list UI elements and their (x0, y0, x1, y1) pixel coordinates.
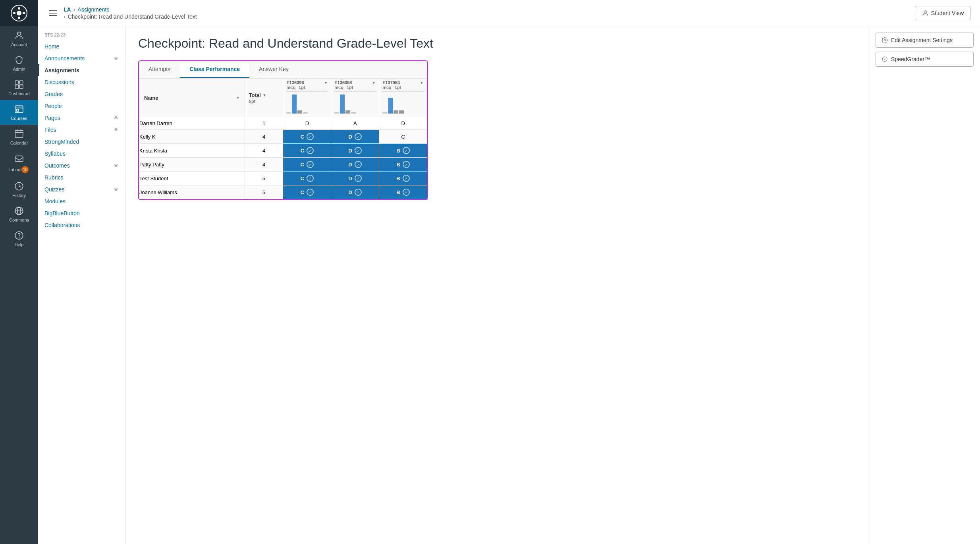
hamburger-button[interactable] (48, 9, 59, 17)
col-header-name: Name ▼ (139, 79, 245, 117)
nav-item-grades[interactable]: Grades (38, 88, 125, 100)
cell-e136398: D✓ (331, 130, 379, 144)
cell-total: 4 (245, 158, 283, 172)
tab-answer-key[interactable]: Answer Key (249, 61, 298, 78)
svg-point-23 (19, 237, 19, 238)
chart-e136398 (334, 91, 376, 115)
cell-total: 5 (245, 172, 283, 185)
breadcrumb-section[interactable]: Assignments (77, 6, 109, 13)
nav-item-modules[interactable]: Modules (38, 195, 125, 207)
history-icon (14, 181, 24, 191)
cell-name: Darren Darren (139, 117, 245, 130)
cell-name: Krista Krista (139, 144, 245, 158)
nav-item-announcements[interactable]: Announcements 👁 (38, 52, 125, 64)
sidebar-label-inbox: Inbox (10, 167, 20, 172)
breadcrumb-course[interactable]: LA (64, 6, 71, 13)
cell-total: 4 (245, 130, 283, 144)
sidebar-item-help[interactable]: Help (0, 226, 38, 251)
cell-e137054: B✓ (379, 144, 427, 158)
cell-name: Kelly K (139, 130, 245, 144)
svg-rect-9 (15, 85, 19, 89)
student-view-button[interactable]: Student View (915, 6, 970, 20)
cell-e136396: C✓ (283, 172, 331, 185)
chart-e137054 (382, 91, 424, 115)
sidebar-label-admin: Admin (13, 67, 25, 71)
col-header-e136396: E136396 ▼ mcq 1pt (283, 79, 331, 117)
svg-point-4 (13, 12, 15, 14)
sidebar: Account Admin Dashboard Courses (0, 0, 38, 544)
svg-point-3 (18, 17, 20, 19)
cell-e136398: A (331, 117, 379, 130)
sidebar-item-calendar[interactable]: Calendar (0, 125, 38, 149)
cell-name: Test Student (139, 172, 245, 185)
svg-point-27 (884, 59, 885, 60)
name-dropdown[interactable]: ▼ (236, 96, 240, 100)
nav-item-bigbluebutton[interactable]: BigBlueButton (38, 207, 125, 219)
sidebar-item-history[interactable]: History (0, 177, 38, 202)
cell-total: 1 (245, 117, 283, 130)
nav-item-assignments[interactable]: Assignments (38, 64, 125, 76)
e136396-dropdown[interactable]: ▼ (324, 81, 328, 85)
nav-item-syllabus[interactable]: Syllabus (38, 148, 125, 160)
cell-total: 5 (245, 185, 283, 199)
sidebar-item-courses[interactable]: Courses (0, 100, 38, 125)
nav-item-rubrics[interactable]: Rubrics (38, 172, 125, 183)
nav-item-people[interactable]: People (38, 100, 125, 112)
help-icon (14, 230, 24, 241)
svg-rect-7 (15, 81, 19, 84)
e137054-dropdown[interactable]: ▼ (420, 81, 424, 85)
cell-e136398: D✓ (331, 172, 379, 185)
cell-e136398: D✓ (331, 185, 379, 199)
speed-grader-button[interactable]: SpeedGrader™ (876, 52, 974, 67)
settings-icon (882, 37, 888, 43)
sidebar-label-courses: Courses (11, 116, 27, 121)
course-label: BTS 22-23 (38, 33, 125, 41)
edit-assignment-settings-button[interactable]: Edit Assignment Settings (876, 33, 974, 48)
nav-item-strongminded[interactable]: StrongMinded (38, 136, 125, 148)
student-view-icon (922, 10, 929, 17)
edit-assignment-settings-label: Edit Assignment Settings (891, 37, 953, 43)
nav-item-discussions[interactable]: Discussions (38, 76, 125, 88)
right-sidebar: Edit Assignment Settings SpeedGrader™ (869, 26, 980, 544)
cell-name: Joanne Williams (139, 185, 245, 199)
svg-point-6 (17, 32, 21, 35)
nav-item-collaborations[interactable]: Collaborations (38, 219, 125, 231)
performance-table: Name ▼ Total ▼ 5pt (139, 78, 427, 199)
cell-e137054: B✓ (379, 158, 427, 172)
sidebar-label-dashboard: Dashboard (8, 91, 30, 96)
tab-class-performance[interactable]: Class Performance (180, 61, 249, 78)
table-row: Krista Krista4C✓D✓B✓ (139, 144, 427, 158)
col-header-e137054: E137054 ▼ mcq 1pt (379, 79, 427, 117)
breadcrumb-item: Checkpoint: Read and Understand Grade-Le… (68, 14, 197, 20)
svg-point-25 (925, 11, 926, 12)
nav-item-outcomes[interactable]: Outcomes 👁 (38, 160, 125, 172)
svg-rect-10 (19, 85, 23, 89)
cell-name: Patty Patty (139, 158, 245, 172)
eye-icon-pages: 👁 (114, 115, 119, 121)
cell-total: 4 (245, 144, 283, 158)
col-header-total: Total ▼ 5pt (245, 79, 283, 117)
sidebar-item-account[interactable]: Account (0, 26, 38, 51)
sidebar-label-calendar: Calendar (10, 141, 28, 145)
cell-e137054: D (379, 117, 427, 130)
sidebar-label-commons: Commons (9, 218, 29, 222)
dashboard-icon (14, 79, 24, 90)
sidebar-item-inbox[interactable]: Inbox 10 (0, 149, 38, 177)
calendar-icon (14, 129, 24, 139)
total-dropdown[interactable]: ▼ (262, 93, 266, 97)
sidebar-item-admin[interactable]: Admin (0, 51, 38, 75)
sidebar-item-dashboard[interactable]: Dashboard (0, 75, 38, 100)
sidebar-label-account: Account (11, 42, 27, 47)
svg-point-5 (23, 12, 25, 14)
nav-item-home[interactable]: Home (38, 41, 125, 52)
e136398-dropdown[interactable]: ▼ (372, 81, 376, 85)
cell-e137054: B✓ (379, 185, 427, 199)
sidebar-logo (0, 0, 38, 26)
sidebar-item-commons[interactable]: Commons (0, 202, 38, 226)
nav-item-pages[interactable]: Pages 👁 (38, 112, 125, 124)
tab-attempts[interactable]: Attempts (139, 61, 180, 78)
nav-item-quizzes[interactable]: Quizzes 👁 (38, 183, 125, 195)
top-nav: LA › Assignments › Checkpoint: Read and … (38, 0, 980, 26)
nav-item-files[interactable]: Files 👁 (38, 124, 125, 136)
table-row: Patty Patty4C✓D✓B✓ (139, 158, 427, 172)
